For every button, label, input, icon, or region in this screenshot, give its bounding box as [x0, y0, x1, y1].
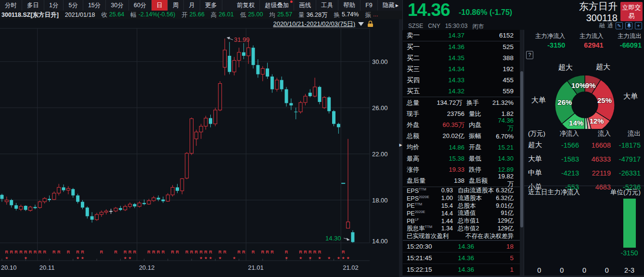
svg-text:★: ★	[76, 256, 79, 260]
range-dropdown-icon	[358, 22, 364, 26]
stat-row: 外盘60.35万 内盘74.36万	[403, 119, 524, 130]
svg-text:R: R	[76, 250, 79, 254]
buy-level-row[interactable]: 买三 14.34 192	[403, 63, 524, 75]
trade-now-button[interactable]: 立即交易	[620, 2, 643, 21]
menu-tab-更多[interactable]: 更多	[200, 0, 222, 11]
level-volume: 6152	[464, 32, 520, 39]
fund-flow-donut: 9%25%12%14%26%10%超大大单中单小单中单大单超大	[524, 47, 644, 129]
level-label: 买四	[407, 76, 433, 85]
svg-text:R: R	[199, 250, 203, 254]
menu-tool-工具[interactable]: 工具	[316, 0, 338, 11]
candlestick-chart[interactable]: 30.0026.0022.0018.0014.0020.1020.1120.12…	[0, 19, 402, 277]
menu-tool-超级叠加[interactable]: 超级叠加	[260, 0, 294, 11]
buy-level-row[interactable]: 买四 14.33 455	[403, 75, 524, 86]
connect-tag[interactable]: 通	[607, 22, 613, 30]
svg-text:★: ★	[209, 256, 212, 260]
svg-text:R: R	[209, 250, 212, 254]
fund-flow-panel: 主力净流入-3150主力流入62941主力流出-66091 ? 9%25%12%…	[524, 30, 644, 277]
period-menu-bar: 分时多日1分5分15分30分60分日周月更多前复权超级叠加画线工具帮助F9隐藏▶	[0, 0, 402, 11]
svg-text:R: R	[19, 250, 23, 254]
info-field-均: 均25.57	[269, 11, 292, 19]
svg-text:R: R	[237, 250, 241, 254]
quote-scrollbar[interactable]	[520, 30, 524, 277]
candlestick-chart-area[interactable]: 30.0026.0022.0018.0014.0020.1020.1120.12…	[0, 19, 402, 277]
svg-text:超大: 超大	[558, 63, 573, 71]
menu-tab-1分[interactable]: 1分	[44, 0, 64, 11]
menu-tool-前复权[interactable]: 前复权	[232, 0, 260, 11]
svg-text:9%: 9%	[585, 81, 596, 89]
add-icon[interactable]: +	[635, 22, 642, 29]
menu-tab-15分[interactable]: 15分	[83, 0, 106, 11]
info-field-幅: 幅-2.14%(-0.56)	[130, 11, 175, 19]
svg-text:R: R	[266, 250, 269, 254]
info-field-label: 开	[181, 11, 188, 19]
svg-text:14%: 14%	[569, 119, 583, 127]
menu-spacer	[222, 0, 232, 11]
stock-name-block: 东方日升 300118	[555, 0, 618, 24]
trading-terminal: 分时多日1分5分15分30分60分日周月更多前复权超级叠加画线工具帮助F9隐藏▶…	[0, 0, 644, 277]
svg-text:★: ★	[81, 256, 84, 260]
five-day-header: 近五日主力净流入 单位(万元)	[524, 188, 644, 197]
menu-tab-60分[interactable]: 60分	[129, 0, 152, 11]
svg-text:大单: 大单	[531, 96, 546, 104]
info-field-value: 25.57	[277, 11, 292, 19]
svg-text:R: R	[157, 250, 160, 254]
profit-status: 已实现首次盈利	[407, 232, 449, 240]
level-label: 卖一	[407, 31, 433, 40]
menu-tool-帮助[interactable]: 帮助	[338, 0, 361, 11]
menu-tool-隐藏[interactable]: 隐藏▶	[378, 0, 402, 11]
five-day-x-labels: 00002-3	[528, 266, 641, 274]
menu-tab-月[interactable]: 月	[184, 0, 200, 11]
buy-level-row[interactable]: 买五 14.32 559	[403, 86, 524, 97]
svg-text:26%: 26%	[557, 98, 572, 106]
tick-row: 15:21:4514.365	[403, 252, 524, 264]
info-field-高: 高26.01	[211, 11, 234, 19]
svg-text:R: R	[147, 250, 151, 254]
quote-scrollbar-thumb[interactable]	[520, 71, 523, 227]
level-price: 14.35	[433, 54, 464, 62]
stock-name: 东方日升	[555, 0, 618, 12]
menu-tab-5分[interactable]: 5分	[64, 0, 83, 11]
level-label: 买二	[407, 54, 433, 63]
svg-text:22.00: 22.00	[372, 151, 388, 158]
svg-text:★: ★	[24, 256, 27, 260]
svg-text:R: R	[318, 250, 322, 254]
menu-tab-多日[interactable]: 多日	[22, 0, 44, 11]
level-volume: 388	[464, 54, 520, 62]
five-day-unit: 单位(万元)	[610, 188, 641, 197]
svg-text:R: R	[5, 250, 9, 254]
menu-tool-F9[interactable]: F9	[361, 0, 378, 11]
svg-text:30.00: 30.00	[372, 58, 388, 65]
fundamental-row: PETTM15.4 总股本9.01亿	[403, 202, 524, 210]
menu-tab-周[interactable]: 周	[168, 0, 184, 11]
svg-text:R: R	[34, 250, 37, 254]
svg-text:R: R	[261, 250, 265, 254]
svg-text:R: R	[100, 250, 103, 254]
menu-tab-分时[interactable]: 分时	[0, 0, 22, 11]
level-volume: 559	[464, 88, 520, 95]
svg-text:14.00: 14.00	[372, 238, 388, 245]
symbol-code: 300118.SZ[东方日升]	[1, 11, 59, 19]
menu-tool-画线[interactable]: 画线	[294, 0, 316, 11]
buy-level-row[interactable]: 买二 14.35 388	[403, 52, 524, 63]
svg-text:20.11: 20.11	[39, 264, 55, 271]
buy-level-row[interactable]: 买一 14.36 525	[403, 41, 524, 52]
menu-tab-30分[interactable]: 30分	[106, 0, 129, 11]
alert-bell-icon[interactable]	[625, 22, 632, 29]
info-field-label: 振	[365, 11, 371, 19]
edit-icon[interactable]: ✎	[616, 22, 623, 29]
margin-tag[interactable]: 融	[599, 22, 605, 30]
menu-tab-日[interactable]: 日	[152, 0, 168, 11]
fundamental-row: PE2020E14.4 流通值91亿	[403, 210, 524, 217]
level-price: 14.34	[433, 65, 464, 73]
info-field-低: 低25.00	[240, 11, 263, 19]
svg-text:★: ★	[342, 256, 345, 260]
svg-text:R: R	[223, 250, 227, 254]
sell-level-row[interactable]: 卖一 14.37 6152	[403, 30, 524, 41]
svg-text:R: R	[176, 250, 179, 254]
level-price: 14.36	[433, 43, 464, 50]
flow-summary-主力流入: 主力流入62941	[565, 32, 603, 49]
price-change: -10.86% (-1.75)	[459, 8, 512, 17]
level-label: 买一	[407, 43, 433, 51]
level-volume: 192	[464, 65, 520, 73]
